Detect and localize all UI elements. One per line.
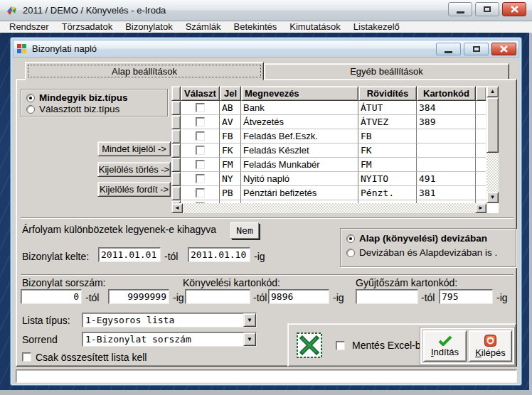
- radio-mindegyik-biztipus[interactable]: Mindegyik biz.típus: [26, 92, 128, 103]
- dialog-minimize-button[interactable]: [436, 43, 461, 55]
- excel-checkbox[interactable]: [336, 341, 345, 350]
- table-row[interactable]: FMFeladás MunkabérFM: [171, 158, 486, 172]
- scroll-down-button[interactable]: ▼: [486, 192, 499, 203]
- table-row[interactable]: FBFeladás Bef.Eszk.FB: [171, 129, 486, 144]
- inditas-button[interactable]: Indítás: [423, 330, 467, 362]
- separator: [21, 274, 514, 276]
- chevron-down-icon[interactable]: ▼: [243, 332, 256, 346]
- excel-icon: [297, 332, 322, 358]
- row-checkbox[interactable]: [196, 188, 205, 198]
- menu-rendszer[interactable]: Rendszer: [3, 21, 55, 33]
- cell-extra: [476, 101, 486, 115]
- excel-label: Mentés Excel-be: [352, 340, 426, 351]
- dialog-titlebar[interactable]: Bizonylati napló: [13, 40, 519, 58]
- cell-megnevezes: Feladás Készlet: [241, 144, 358, 158]
- kelte-from-input[interactable]: [98, 247, 161, 262]
- konyvelesi-from-input[interactable]: [185, 289, 250, 304]
- dialog-close-button[interactable]: [491, 43, 516, 55]
- table-row[interactable]: AVÁtvezetésÁTVEZ389: [171, 115, 486, 129]
- row-checkbox[interactable]: [196, 117, 205, 126]
- table-row[interactable]: PBPénztári befizetésPénzt.381: [171, 186, 486, 200]
- menu-szamlak[interactable]: Számlák: [179, 21, 228, 33]
- menu-torzsadatok[interactable]: Törzsadatok: [55, 21, 119, 33]
- kilepes-button[interactable]: Kilépés: [469, 330, 512, 362]
- sorszam-label: Bizonylat sorszám:: [22, 277, 105, 288]
- scroll-up-button[interactable]: ▲: [486, 86, 499, 97]
- header-kartonkod[interactable]: Kartonkód: [417, 86, 476, 101]
- tol-suffix: -tól: [164, 251, 178, 262]
- menubar: Rendszer Törzsadatok Bizonylatok Számlák…: [0, 21, 532, 33]
- osszesitett-checkbox[interactable]: [22, 352, 31, 362]
- table-row[interactable]: NYNyitó naplóNYITO491: [171, 172, 486, 186]
- app-minimize-button[interactable]: [448, 2, 472, 16]
- row-header[interactable]: [171, 129, 181, 144]
- scrollbar-corner: [486, 203, 499, 213]
- row-checkbox-cell: [181, 172, 220, 186]
- row-header[interactable]: [171, 186, 181, 200]
- radio-valasztott-biztipus[interactable]: Választott biz.típus: [26, 104, 119, 114]
- kelte-to-input[interactable]: [188, 247, 250, 262]
- tab-alap-beallitasok[interactable]: Alap beállítások: [25, 62, 264, 80]
- radio-devizaban-es-alapdevizaban[interactable]: Devizában és Alapdevizában is .: [346, 247, 497, 258]
- tab-label: Egyéb beállítások: [350, 66, 423, 77]
- menu-betekintes[interactable]: Betekintés: [228, 21, 284, 33]
- konyvelesi-to-input[interactable]: [268, 289, 329, 304]
- row-checkbox[interactable]: [196, 146, 205, 155]
- row-checkbox-cell: [181, 144, 220, 158]
- app-titlebar[interactable]: 2011 / DEMO / Könyvelés - e-Iroda: [0, 0, 532, 21]
- header-rovidites[interactable]: Rövidítés: [358, 86, 417, 101]
- menu-listakezelo[interactable]: Listakezelő: [347, 21, 406, 33]
- row-checkbox[interactable]: [196, 174, 205, 183]
- sorszam-from-input[interactable]: [21, 289, 82, 304]
- cell-kartonkod: [417, 158, 476, 172]
- row-header[interactable]: [171, 115, 181, 129]
- table-row[interactable]: ABBankÁTUT384: [171, 101, 486, 115]
- gyujtoszam-from-input[interactable]: [356, 289, 418, 304]
- cell-rovidites: FM: [358, 158, 417, 172]
- kijeloles-torles-button[interactable]: Kijelölés törlés ->: [97, 162, 171, 177]
- tab-egyeb-beallitasok[interactable]: Egyéb beállítások: [264, 63, 509, 79]
- row-header[interactable]: [171, 172, 181, 186]
- row-checkbox[interactable]: [196, 160, 205, 169]
- button-label: Kijelölés törlés ->: [99, 164, 169, 175]
- gyujtoszam-to-input[interactable]: [439, 289, 493, 304]
- app-maximize-button[interactable]: [475, 2, 499, 16]
- dialog-client: Alap beállítások Egyéb beállítások Minde…: [13, 58, 519, 383]
- mdi-background: Bizonylati napló Alap beállítások: [0, 33, 532, 395]
- lista-tipus-select[interactable]: 1-Egysoros lista ▼: [82, 313, 257, 328]
- hscroll-track[interactable]: [183, 203, 475, 213]
- row-checkbox[interactable]: [196, 131, 205, 141]
- scroll-right-button[interactable]: ►: [475, 203, 486, 213]
- vscroll-thumb[interactable]: [486, 97, 499, 153]
- radio-alap-devizaban[interactable]: Alap (könyvelési) devizában: [346, 233, 487, 244]
- row-header[interactable]: [171, 101, 181, 115]
- cell-extra: [476, 172, 486, 186]
- close-icon: [511, 6, 518, 13]
- kijeloles-fordit-button[interactable]: Kijelölés fordít ->: [97, 182, 171, 197]
- arrow-right-icon: ►: [478, 205, 484, 211]
- row-checkbox[interactable]: [196, 103, 205, 112]
- mindet-kijelol-button[interactable]: Mindet kijelöl ->: [97, 141, 171, 156]
- row-header[interactable]: [171, 158, 181, 172]
- ig-suffix: -ig: [254, 251, 265, 262]
- header-jel[interactable]: Jel: [220, 86, 241, 101]
- cell-megnevezes: Nyitó napló: [241, 172, 358, 186]
- dialog-maximize-button[interactable]: [464, 43, 489, 55]
- chevron-down-icon[interactable]: ▼: [243, 313, 256, 327]
- button-label: Indítás: [431, 347, 459, 357]
- arrow-up-icon: ▲: [490, 89, 496, 94]
- app-close-button[interactable]: [502, 2, 526, 16]
- row-checkbox-cell: [181, 158, 220, 172]
- arrow-down-icon: ▼: [490, 195, 496, 200]
- arfolyam-nem-button[interactable]: Nem: [230, 222, 259, 239]
- sorszam-to-input[interactable]: [108, 289, 169, 304]
- header-valaszt[interactable]: Választ: [181, 86, 220, 101]
- row-header[interactable]: [171, 144, 181, 158]
- header-megnevezes[interactable]: Megnevezés: [241, 86, 358, 101]
- sorrend-select[interactable]: 1-Bizonylat sorszám ▼: [82, 332, 257, 347]
- table-row[interactable]: FKFeladás KészletFK: [171, 144, 486, 158]
- scroll-left-button[interactable]: ◄: [171, 203, 183, 213]
- menu-bizonylatok[interactable]: Bizonylatok: [119, 21, 179, 33]
- table-vscrollbar: ▲ ▼: [486, 86, 499, 203]
- menu-kimutatasok[interactable]: Kimutatások: [283, 21, 347, 33]
